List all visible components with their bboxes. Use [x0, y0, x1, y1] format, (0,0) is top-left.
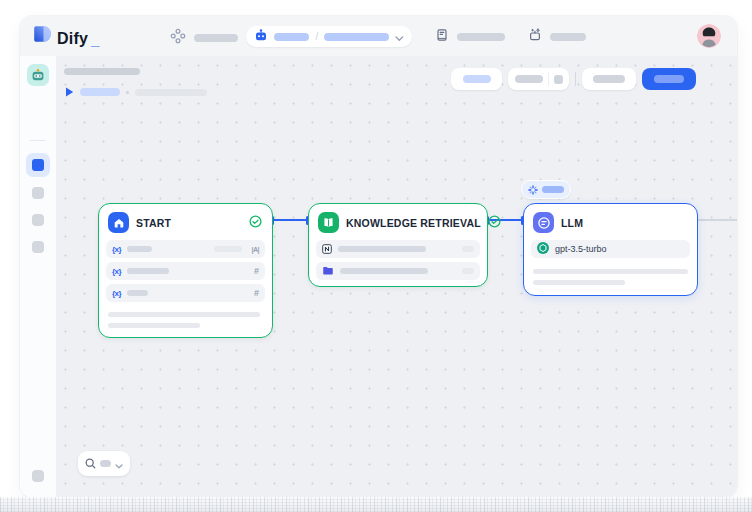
node-title: KNOWLEDGE RETRIEVAL: [346, 217, 481, 229]
run-meta-skeleton: [135, 89, 207, 96]
magnifier-icon: [85, 455, 96, 473]
node-llm-model: gpt-3.5-turbo: [524, 240, 697, 258]
check-circle-icon: [249, 214, 262, 232]
node-start-variables: {x} |A| {x} # {x}: [99, 240, 272, 302]
toolbar-secondary-button[interactable]: [582, 68, 636, 90]
check-circle-icon: [488, 214, 501, 232]
dot-separator: [126, 91, 129, 94]
menu-label-skeleton: [550, 33, 586, 41]
spinner-icon: [528, 181, 538, 199]
variable-name-skeleton: [127, 290, 148, 296]
brand-name: Dify: [57, 29, 88, 48]
dify-logo-icon: [33, 25, 52, 48]
workflow-nodes-icon: [170, 28, 186, 48]
open-book-icon: [318, 212, 339, 233]
toolbar-divider: [575, 72, 576, 86]
topbar-workflow-menu[interactable]: [170, 28, 238, 48]
sidebar-item-skeleton[interactable]: [32, 214, 44, 226]
assistant-bot-icon: [528, 28, 542, 46]
dataset-row[interactable]: [316, 262, 480, 280]
dataset-meta-skeleton: [462, 246, 474, 252]
variable-name-skeleton: [127, 246, 152, 252]
user-avatar[interactable]: [697, 24, 721, 48]
type-number-icon: #: [254, 266, 259, 276]
variable-icon: {x}: [112, 289, 121, 298]
canvas-toolbar: [451, 68, 696, 90]
sidebar-item-workflow-active[interactable]: [26, 153, 50, 177]
book-icon: [435, 28, 449, 46]
variable-row[interactable]: {x} #: [106, 262, 265, 280]
node-knowledge-datasets: [309, 240, 487, 280]
top-navigation-bar: Dify _: [20, 16, 737, 56]
topbar-assistant-menu[interactable]: [528, 28, 586, 46]
model-row[interactable]: gpt-3.5-turbo: [531, 240, 690, 258]
button-label-skeleton: [593, 75, 625, 83]
folder-icon: [322, 262, 334, 280]
dataset-name-skeleton: [340, 268, 428, 274]
zoom-level-skeleton: [100, 460, 111, 467]
sidebar-item-skeleton[interactable]: [32, 187, 44, 199]
variable-row[interactable]: {x} |A|: [106, 240, 265, 258]
workflow-title-skeleton: [64, 68, 140, 75]
menu-label-skeleton: [194, 34, 238, 42]
node-knowledge-retrieval[interactable]: KNOWLEDGE RETRIEVAL: [308, 203, 488, 287]
toolbar-feature-button[interactable]: [451, 68, 502, 90]
button-label-skeleton: [463, 75, 491, 83]
variable-value-skeleton: [214, 246, 242, 252]
robot-app-icon: [254, 28, 268, 46]
app-name-skeleton: [324, 33, 389, 41]
dataset-name-skeleton: [338, 246, 426, 252]
sidebar-app-icon[interactable]: [27, 64, 49, 86]
brand-logo[interactable]: Dify _: [33, 25, 99, 48]
screenshot-root: Dify _: [0, 0, 752, 512]
split-button-divider: [548, 72, 549, 86]
split-button-icon-skeleton: [554, 75, 563, 84]
type-string-icon: |A|: [252, 246, 259, 253]
node-title: START: [136, 217, 242, 229]
edge-start-to-knowledge: [272, 219, 309, 221]
primary-button-label-skeleton: [654, 75, 684, 83]
dataset-meta-skeleton: [462, 268, 474, 274]
model-name: gpt-3.5-turbo: [555, 244, 607, 254]
node-title: LLM: [561, 217, 687, 229]
node-llm[interactable]: LLM gpt-3.5-turbo: [523, 203, 698, 296]
sidebar-item-skeleton[interactable]: [32, 241, 44, 253]
llm-running-indicator: [521, 180, 571, 199]
menu-label-skeleton: [457, 33, 505, 41]
toolbar-split-button[interactable]: [508, 68, 569, 90]
llm-icon: [533, 212, 554, 233]
edge-llm-outgoing: [697, 219, 737, 221]
node-knowledge-header: KNOWLEDGE RETRIEVAL: [309, 204, 487, 240]
type-number-icon: #: [254, 288, 259, 298]
node-description-skeleton: [99, 312, 272, 328]
openai-icon: [537, 240, 549, 258]
variable-icon: {x}: [112, 267, 121, 276]
sidebar-divider: [30, 140, 46, 141]
zoom-control[interactable]: [78, 451, 130, 476]
variable-icon: {x}: [112, 245, 121, 254]
running-label-skeleton: [542, 186, 564, 193]
app-window: Dify _: [20, 16, 737, 497]
notion-icon: [322, 240, 332, 258]
variable-row[interactable]: {x} #: [106, 284, 265, 302]
workflow-tab-icon: [32, 159, 44, 171]
workflow-canvas[interactable]: START {x} |A|: [56, 56, 737, 497]
topbar-docs-menu[interactable]: [435, 28, 505, 46]
publish-button[interactable]: [642, 68, 696, 90]
bottom-noise-strip: [0, 497, 752, 512]
home-icon: [108, 212, 129, 233]
brand-cursor: _: [91, 31, 99, 48]
switcher-separator: /: [315, 31, 318, 42]
node-start[interactable]: START {x} |A|: [98, 203, 273, 338]
run-label-skeleton: [80, 88, 120, 96]
variable-name-skeleton: [127, 268, 169, 274]
node-start-header: START: [99, 204, 272, 240]
app-switcher-pill[interactable]: /: [246, 26, 412, 47]
node-llm-header: LLM: [524, 204, 697, 240]
chevron-down-icon: [115, 455, 123, 473]
chevron-down-icon: [395, 28, 404, 46]
workspace-name-skeleton: [274, 33, 309, 41]
dataset-row[interactable]: [316, 240, 480, 258]
sidebar-bottom-item-skeleton[interactable]: [32, 470, 44, 482]
play-icon[interactable]: [65, 83, 74, 101]
